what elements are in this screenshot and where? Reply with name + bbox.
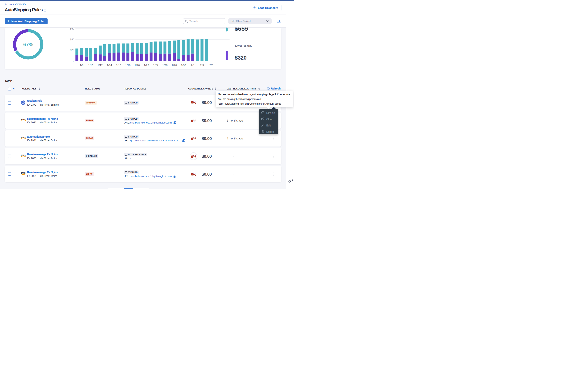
svg-text:0: 0 (73, 59, 74, 62)
svg-text:67%: 67% (23, 41, 33, 47)
svg-text:2/1: 2/1 (191, 64, 194, 67)
svg-text:1/10: 1/10 (88, 64, 93, 67)
svg-text:$60: $60 (70, 27, 74, 30)
svg-text:1/22: 1/22 (144, 64, 149, 67)
svg-text:aws: aws (21, 154, 26, 157)
svg-text:1/8: 1/8 (80, 64, 84, 67)
svg-text:1/20: 1/20 (135, 64, 140, 67)
svg-text:2/3: 2/3 (200, 64, 204, 67)
svg-text:1/26: 1/26 (162, 64, 167, 67)
svg-text:$659: $659 (235, 27, 248, 32)
svg-text:$40: $40 (70, 38, 74, 41)
svg-text:1/14: 1/14 (107, 64, 112, 67)
svg-text:$20: $20 (70, 49, 74, 52)
svg-text:aws: aws (21, 118, 26, 121)
svg-text:1/28: 1/28 (172, 64, 177, 67)
svg-text:$320: $320 (235, 55, 247, 61)
svg-text:1/24: 1/24 (153, 64, 158, 67)
svg-text:1/12: 1/12 (98, 64, 102, 67)
svg-text:1/16: 1/16 (116, 64, 121, 67)
svg-text:TOTAL SPEND: TOTAL SPEND (235, 45, 252, 48)
svg-text:1/18: 1/18 (125, 64, 130, 67)
svg-text:2/5: 2/5 (209, 64, 213, 67)
svg-text:aws: aws (21, 136, 26, 139)
svg-text:aws: aws (21, 172, 26, 174)
svg-text:1/30: 1/30 (181, 64, 186, 67)
